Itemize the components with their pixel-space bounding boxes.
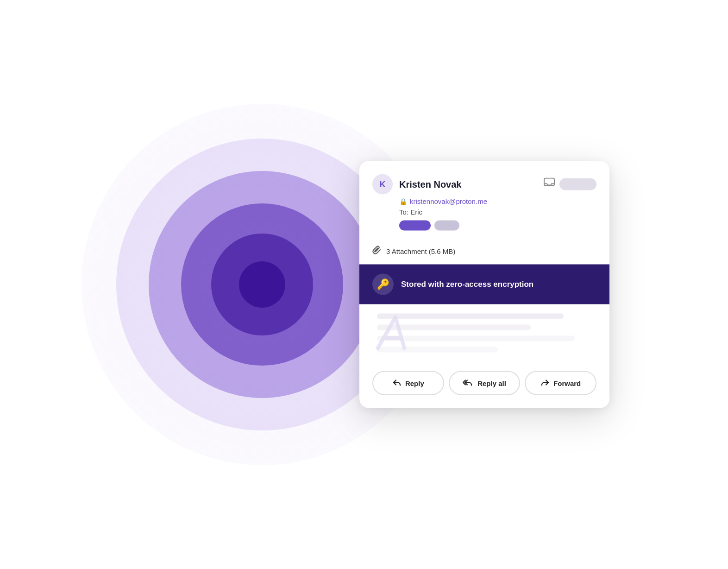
sender-email: kristennovak@proton.me bbox=[410, 197, 487, 205]
forward-label: Forward bbox=[553, 379, 581, 387]
sender-name: Kristen Novak bbox=[399, 179, 462, 190]
inbox-icon bbox=[544, 178, 555, 191]
reply-all-icon bbox=[463, 378, 474, 388]
key-icon: 🔑 bbox=[377, 278, 389, 291]
to-row: To: Eric bbox=[372, 208, 596, 216]
header-pill bbox=[559, 178, 596, 190]
attachment-label: 3 Attachment (5.6 MB) bbox=[386, 247, 455, 255]
attachment-row: 3 Attachment (5.6 MB) bbox=[359, 246, 609, 265]
placeholder-line-3 bbox=[377, 336, 575, 341]
forward-icon bbox=[540, 378, 550, 388]
card-header: K Kristen Novak 🔒 kristennovak@proton.me bbox=[359, 161, 609, 246]
encryption-label: Stored with zero-access encryption bbox=[401, 280, 533, 289]
reply-all-label: Reply all bbox=[477, 379, 506, 387]
key-icon-circle: 🔑 bbox=[372, 274, 394, 295]
sender-left: K Kristen Novak bbox=[372, 174, 462, 195]
sender-row: K Kristen Novak bbox=[372, 174, 596, 195]
reply-all-button[interactable]: Reply all bbox=[449, 371, 521, 395]
sender-email-row: 🔒 kristennovak@proton.me bbox=[372, 197, 596, 205]
scene: K Kristen Novak 🔒 kristennovak@proton.me bbox=[109, 53, 619, 516]
circle-6 bbox=[239, 261, 285, 308]
reply-label: Reply bbox=[405, 379, 424, 387]
header-actions bbox=[544, 178, 596, 191]
placeholder-line-2 bbox=[377, 325, 531, 330]
message-body bbox=[359, 304, 609, 364]
tag-row bbox=[372, 221, 596, 231]
paperclip-icon bbox=[372, 246, 382, 257]
placeholder-line-4 bbox=[377, 347, 498, 353]
lock-icon: 🔒 bbox=[399, 197, 407, 205]
placeholder-line-1 bbox=[377, 314, 564, 319]
tag-pill-purple bbox=[399, 221, 431, 231]
encryption-banner: 🔑 Stored with zero-access encryption bbox=[359, 265, 609, 304]
action-row: Reply Reply all bbox=[359, 364, 609, 408]
email-card: K Kristen Novak 🔒 kristennovak@proton.me bbox=[359, 161, 609, 408]
tag-pill-gray bbox=[434, 221, 459, 231]
forward-button[interactable]: Forward bbox=[525, 371, 596, 395]
reply-icon bbox=[392, 378, 402, 388]
reply-button[interactable]: Reply bbox=[372, 371, 444, 395]
avatar: K bbox=[372, 174, 393, 195]
svg-rect-0 bbox=[544, 178, 554, 186]
